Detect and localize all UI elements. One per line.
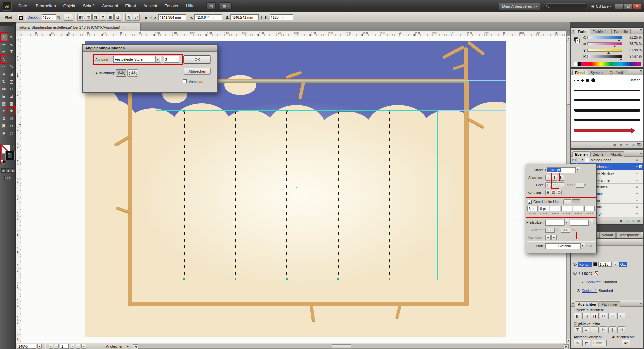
tab-grafikstile[interactable]: Grafikstile: [607, 70, 628, 76]
dashed-line[interactable]: [286, 111, 287, 279]
width-tool[interactable]: ⋈: [0, 85, 8, 93]
spacing-value-field[interactable]: 0 mm: [592, 340, 607, 346]
artboard-number-field[interactable]: [60, 344, 69, 349]
zoom-tool[interactable]: ◎: [8, 130, 15, 137]
appearance-stroke-row[interactable]: Kontur: ▾ G...: [571, 262, 644, 267]
delete-brush-icon[interactable]: ⌦: [637, 143, 642, 147]
dropdown-icon[interactable]: ▾: [155, 56, 160, 62]
menu-bearbeiten[interactable]: Bearbeiten: [32, 0, 59, 12]
arrow-scale-x-field[interactable]: 100: [545, 228, 555, 233]
shape-builder-tool[interactable]: ⊞: [0, 93, 8, 100]
align-center-h-icon[interactable]: ◫: [582, 313, 590, 319]
butt-cap-icon[interactable]: ❘: [545, 175, 551, 181]
align-center-h-icon[interactable]: ◫: [85, 14, 92, 21]
layer-target-icon[interactable]: ○: [635, 192, 639, 195]
draw-inside-button[interactable]: ◧: [11, 168, 15, 173]
tab-transparenz[interactable]: Transparenz: [616, 232, 642, 238]
menu-auswahl[interactable]: Auswahl: [98, 0, 121, 12]
channel-slider[interactable]: [587, 55, 622, 58]
distribute-v-icon[interactable]: ⇅: [125, 14, 132, 21]
zoom-dropdown-icon[interactable]: ▾: [37, 344, 42, 349]
close-tab-icon[interactable]: ×: [122, 25, 126, 29]
selection-tool[interactable]: ↖: [0, 34, 8, 41]
eye-icon[interactable]: [581, 281, 584, 283]
layer-target-icon[interactable]: ○: [635, 199, 639, 202]
scroll-left-icon[interactable]: ◀: [133, 344, 138, 349]
rotate-tool[interactable]: ↻: [0, 78, 8, 85]
status-menu-icon[interactable]: ▶: [127, 345, 129, 348]
prev-artboard-button[interactable]: ‹: [54, 344, 59, 349]
draw-normal-button[interactable]: ▣: [1, 168, 6, 173]
brush-row[interactable]: [574, 119, 640, 121]
dash-gap-field[interactable]: [550, 206, 560, 211]
stepper-icon[interactable]: [545, 168, 546, 172]
mesh-tool[interactable]: ▦: [0, 100, 8, 107]
swap-arrowheads-icon[interactable]: ⇄: [594, 221, 597, 225]
remove-brush-stroke-icon[interactable]: ⊘: [619, 143, 624, 147]
workspace-switcher[interactable]: Mein Arbeitsbereich▾: [499, 3, 540, 10]
panel-menu-icon[interactable]: ≣: [639, 151, 642, 155]
channel-slider[interactable]: [587, 49, 622, 52]
stroke-weight-field[interactable]: [598, 262, 612, 267]
width-field[interactable]: [230, 14, 259, 20]
collapse-panel-icon[interactable]: ◆: [572, 302, 574, 305]
opacity-link[interactable]: Deckkr.:: [28, 15, 40, 19]
search-input[interactable]: [544, 3, 588, 9]
document-tab[interactable]: Tutorial Stundenplan erstellen.ai* bei 1…: [16, 23, 141, 31]
flip-along-icon[interactable]: ⇅: [589, 244, 592, 248]
arrange-documents-button[interactable]: ▦▾: [220, 2, 232, 10]
arrow-brush-row[interactable]: [574, 129, 631, 132]
brush-options-icon[interactable]: ≣: [625, 143, 630, 147]
link-dimensions-icon[interactable]: ∞: [260, 16, 264, 18]
artboard-tool[interactable]: ▣: [0, 122, 8, 130]
appearance-opacity-row[interactable]: Deckkraft: Standard: [571, 289, 644, 293]
layer-target-icon[interactable]: ○: [635, 158, 639, 162]
align-top-icon[interactable]: ⊓: [600, 313, 607, 319]
expand-icon[interactable]: ▼: [581, 159, 584, 161]
align-right-icon[interactable]: ◨: [92, 14, 99, 21]
stroke-item-label[interactable]: Kontur:: [578, 262, 592, 267]
opacity-field[interactable]: [42, 14, 56, 20]
spacing-dropdown[interactable]: Festgelegte Stufen▾: [113, 56, 161, 63]
round-join-icon[interactable]: ◠: [552, 182, 557, 188]
orient-to-path-button[interactable]: [127, 69, 138, 77]
projecting-cap-icon[interactable]: ❚: [558, 175, 564, 181]
dash-gap-field[interactable]: [561, 206, 572, 211]
minimize-button[interactable]: −: [615, 4, 623, 9]
eraser-tool[interactable]: ◪: [8, 70, 15, 78]
dashed-line[interactable]: [235, 111, 236, 279]
vertical-scroll-thumb[interactable]: [567, 41, 570, 105]
fill-stroke-proxy[interactable]: [18, 15, 23, 20]
selection-guide-rect[interactable]: [156, 110, 438, 280]
collapse-panel-icon[interactable]: ◆: [572, 29, 574, 32]
miter-limit-field[interactable]: [576, 183, 584, 188]
tab-absatz[interactable]: Absatz: [608, 151, 624, 157]
tab-farbhilfe[interactable]: Farbhilfe: [611, 29, 631, 34]
dropdown-icon[interactable]: ▾: [575, 167, 580, 173]
zoom-level-field[interactable]: [17, 344, 36, 349]
arrow-tip-extend-icon[interactable]: ⇤: [551, 235, 557, 240]
bevel-join-icon[interactable]: ◺: [558, 182, 564, 188]
distribute-center-h-icon[interactable]: ∥: [608, 326, 616, 333]
toolbar-grip[interactable]: [0, 22, 16, 26]
brush-definition-chip[interactable]: G...: [619, 262, 627, 267]
arrowhead-start-combo[interactable]: —: [545, 220, 564, 226]
lasso-tool[interactable]: ∿: [8, 41, 15, 48]
symbol-sprayer-tool[interactable]: ✿: [0, 115, 8, 122]
stroke-align-center-icon[interactable]: ▣: [545, 190, 550, 195]
orient-perpendicular-button[interactable]: [116, 69, 126, 77]
appearance-fill-row[interactable]: ▼ Fläche:: [571, 271, 644, 275]
line-segment-tool[interactable]: ╲: [0, 56, 8, 63]
layer-target-icon[interactable]: ○: [635, 179, 639, 182]
stroke-weight-dropdown-icon[interactable]: ▾: [613, 262, 618, 267]
align-center-v-icon[interactable]: ⊟: [107, 14, 114, 21]
tab-farbfelder[interactable]: Farbfelder: [590, 29, 611, 34]
horizontal-guide[interactable]: [438, 110, 506, 111]
blend-tool[interactable]: ❖: [8, 107, 15, 115]
horizontal-scrollbar[interactable]: ◀ ▶: [133, 344, 569, 349]
swap-colors-icon[interactable]: ⇄: [11, 146, 14, 149]
align-center-v-icon[interactable]: ⊟: [608, 313, 616, 319]
reference-point-locator[interactable]: [145, 15, 149, 20]
new-layer-icon[interactable]: ⊞: [631, 219, 636, 224]
type-tool[interactable]: T: [8, 48, 15, 56]
